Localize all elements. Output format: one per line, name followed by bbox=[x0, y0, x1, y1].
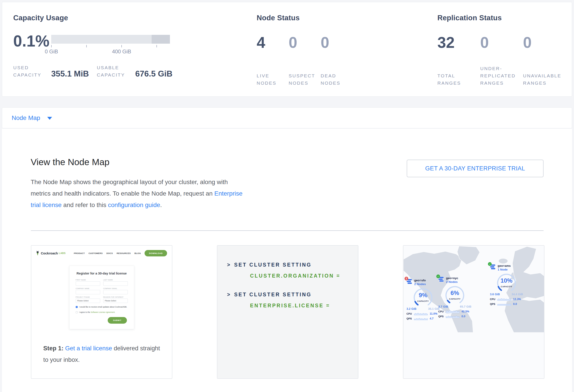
capacity-total: 35.1 GiB bbox=[428, 307, 440, 310]
under-replicated-value: 0 bbox=[480, 35, 523, 50]
cpu-sparkline bbox=[497, 298, 511, 301]
description-text: The Node Map shows the geographical layo… bbox=[31, 179, 228, 197]
sql-command-1: SET CLUSTER SETTING bbox=[234, 262, 312, 268]
company-name-field bbox=[76, 290, 100, 294]
sql-arg-organization: CLUSTER.ORGANIZATION = bbox=[227, 273, 358, 279]
page-title: View the Node Map bbox=[31, 157, 109, 167]
cockroach-bug-icon bbox=[36, 251, 40, 256]
qps-value: 0.0 bbox=[513, 302, 517, 306]
capacity-gauge-sfo: 9% CAPACITY 3.2 GiB 35.1 GiB bbox=[407, 287, 440, 310]
capacity-used-percent: 0.1% bbox=[13, 33, 51, 49]
cpu-value: 11.0% bbox=[430, 312, 437, 315]
step1-card: Cockroach LABS PRODUCT CUSTOMERS DOCS RE… bbox=[31, 245, 172, 379]
unavailable-ranges-value: 0 bbox=[523, 35, 566, 50]
description-text: . bbox=[160, 202, 162, 208]
qps-metric: QPS 0.0 bbox=[490, 302, 525, 306]
qps-sparkline bbox=[414, 317, 428, 320]
capacity-tick-label-0: 0 GiB bbox=[45, 49, 58, 55]
capacity-caption: CAPACITY bbox=[438, 298, 472, 300]
total-ranges-stat: 32 TOTAL RANGES bbox=[437, 35, 480, 87]
qps-metric: QPS 4.7 bbox=[407, 317, 438, 320]
locality-name: geo=sfo bbox=[414, 279, 426, 282]
usable-capacity-value: 676.5 GiB bbox=[135, 70, 173, 78]
dead-nodes-value: 0 bbox=[321, 35, 353, 50]
capacity-used: 3.6 GiB bbox=[490, 293, 500, 296]
capacity-gauge-ams: 10% CAPACITY 3.6 GiB 34.4 GiB bbox=[490, 273, 523, 296]
cockroach-labs-logo: Cockroach LABS bbox=[36, 251, 66, 256]
capacity-caption: CAPACITY bbox=[407, 300, 440, 302]
suspect-nodes-stat: 0 SUSPECT NODES bbox=[289, 35, 321, 87]
suspect-nodes-value: 0 bbox=[289, 35, 321, 50]
healthy-badge: ✓ bbox=[436, 275, 440, 278]
last-name-field bbox=[103, 281, 128, 286]
cpu-sparkline bbox=[414, 312, 428, 315]
under-replicated-stat: 0 UNDER- REPLICATED RANGES bbox=[480, 35, 523, 87]
sql-arg-license: ENTERPRISE.LICENSE = bbox=[227, 303, 358, 309]
section-divider bbox=[31, 230, 544, 231]
email-updates-checkbox bbox=[76, 306, 78, 308]
cluster-summary-panel: Capacity Usage 0.1% 0 GiB 400 GiB USED C… bbox=[2, 2, 572, 96]
capacity-usage-title: Capacity Usage bbox=[13, 14, 172, 22]
nodemap-dropdown[interactable]: Node Map bbox=[12, 114, 40, 121]
database-icon: ✓ bbox=[438, 277, 444, 282]
replication-status-title: Replication Status bbox=[437, 14, 566, 22]
get-trial-license-link[interactable]: Get a trial license bbox=[65, 345, 112, 352]
sql-commands-panel: >SET CLUSTER SETTING CLUSTER.ORGANIZATIO… bbox=[217, 246, 358, 378]
sql-prompt: > bbox=[227, 292, 231, 298]
nodemap-thumbnail: 1 geo=sfo 2 Nodes 9% bbox=[403, 246, 544, 378]
trial-license-form-thumbnail: Cockroach LABS PRODUCT CUSTOMERS DOCS RE… bbox=[31, 246, 172, 333]
dead-node-badge: 1 bbox=[405, 277, 408, 280]
reason-label: REASON FOR INTEREST bbox=[103, 296, 128, 298]
qps-sparkline bbox=[497, 302, 511, 306]
capacity-tick bbox=[86, 45, 87, 47]
nodemap-description: The Node Map shows the geographical layo… bbox=[31, 176, 244, 211]
step2-card: >SET CLUSTER SETTING CLUSTER.ORGANIZATIO… bbox=[217, 245, 358, 379]
license-agree-checkbox bbox=[76, 311, 78, 313]
get-enterprise-trial-button[interactable]: GET A 30-DAY ENTERPRISE TRIAL bbox=[407, 160, 544, 177]
under-replicated-label: UNDER- REPLICATED RANGES bbox=[480, 65, 523, 87]
first-name-label: FIRST NAME bbox=[76, 279, 100, 281]
dead-nodes-label: DEAD NODES bbox=[321, 72, 353, 87]
capacity-tick bbox=[51, 45, 52, 47]
configuration-guide-link[interactable]: configuration guide bbox=[108, 202, 160, 208]
suspect-nodes-label: SUSPECT NODES bbox=[289, 72, 321, 87]
company-email-label: COMPANY EMAIL bbox=[103, 288, 128, 289]
locality-nyc: ✓ geo=nyc 2 Nodes 6% bbox=[438, 277, 472, 318]
cpu-metric: CPU 42.5% bbox=[438, 310, 472, 313]
sql-prompt: > bbox=[227, 262, 231, 268]
locality-node-count: 1 Node bbox=[498, 268, 511, 271]
chevron-down-icon[interactable] bbox=[47, 117, 52, 120]
capacity-percent: 6% bbox=[438, 290, 472, 297]
mini-submit-button: SUBMIT bbox=[108, 317, 127, 324]
capacity-caption: CAPACITY bbox=[490, 285, 523, 288]
capacity-bar: 0 GiB 400 GiB bbox=[51, 35, 170, 44]
capacity-percent: 9% bbox=[407, 292, 440, 299]
locality-sfo: 1 geo=sfo 2 Nodes 9% bbox=[407, 279, 438, 320]
project-phase-select: Please Select bbox=[76, 299, 100, 303]
node-status-title: Node Status bbox=[257, 14, 353, 22]
qps-sparkline bbox=[446, 315, 459, 318]
capacity-percent: 10% bbox=[490, 277, 523, 284]
locality-ams: ✓ geo=ams 1 Node 10% bbox=[490, 264, 525, 306]
qps-value: 4.7 bbox=[430, 317, 433, 320]
mini-nav-product: PRODUCT bbox=[74, 252, 85, 254]
unavailable-ranges-label: UNAVAILABLE RANGES bbox=[523, 72, 566, 87]
description-text: and refer to this bbox=[62, 202, 108, 208]
company-name-label: COMPANY NAME bbox=[76, 288, 100, 289]
company-email-field bbox=[103, 290, 128, 294]
last-name-label: LAST NAME bbox=[103, 279, 128, 281]
reason-select: Please Select bbox=[103, 299, 128, 303]
unavailable-ranges-stat: 0 UNAVAILABLE RANGES bbox=[523, 35, 566, 87]
mini-form-title: Register for a 30-day trial license bbox=[76, 272, 128, 275]
mini-nav-docs: DOCS bbox=[106, 252, 113, 254]
capacity-used: 3.2 GiB bbox=[407, 307, 416, 310]
database-icon: ✓ bbox=[490, 264, 496, 270]
locality-name: geo=ams bbox=[498, 264, 511, 267]
step3-card: 1 geo=sfo 2 Nodes 9% bbox=[403, 245, 544, 379]
capacity-total: 65.7 GiB bbox=[460, 305, 472, 308]
sql-command-2: SET CLUSTER SETTING bbox=[234, 292, 312, 298]
mini-download-button: DOWNLOAD bbox=[144, 250, 167, 256]
live-nodes-label: LIVE NODES bbox=[257, 72, 289, 87]
capacity-usage-section: Capacity Usage 0.1% 0 GiB 400 GiB USED C… bbox=[13, 14, 172, 78]
mini-nav-customers: CUSTOMERS bbox=[88, 252, 102, 254]
